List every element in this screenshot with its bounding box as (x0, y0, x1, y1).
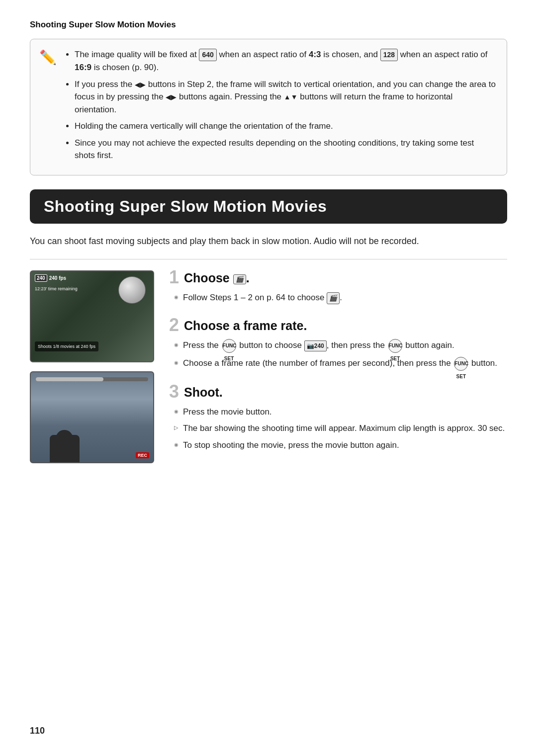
step-3-bullet-2: The bar showing the shooting time will a… (174, 422, 507, 435)
note-pencil-icon: ✏️ (39, 49, 57, 166)
note-bullet-2: If you press the ◀▶ buttons in Step 2, t… (75, 78, 496, 116)
step-3-bullets: Press the movie button. The bar showing … (169, 406, 507, 452)
note-bullet-4: Since you may not achieve the expected r… (75, 137, 496, 162)
rec-badge: REC (136, 452, 149, 458)
camera-screen-2: REC (30, 371, 154, 463)
step-1-bullets: Follow Steps 1 – 2 on p. 64 to choose 🎬. (169, 291, 507, 304)
top-header: Shooting Super Slow Motion Movies (30, 20, 507, 30)
left-images: 240 240 fps 12:23' time remaining Shoots… (30, 270, 154, 465)
camera1-info: Shoots 1/8 movies at 240 fps (35, 341, 98, 352)
step-3-bullet-3: To stop shooting the movie, press the mo… (174, 439, 507, 452)
step-2-bullet-2: Choose a frame rate (the number of frame… (174, 357, 507, 371)
step-2: 2 Choose a frame rate. Press the FUNCSET… (169, 318, 507, 371)
step-3-title: Shoot. (184, 385, 223, 400)
step-2-title: Choose a frame rate. (184, 318, 307, 333)
step-3-bullet-1: Press the movie button. (174, 406, 507, 419)
note-bullet-1: The image quality will be fixed at 640 w… (75, 48, 496, 74)
note-box: ✏️ The image quality will be fixed at 64… (30, 39, 507, 175)
step-2-bullets: Press the FUNCSET button to choose 📷240,… (169, 339, 507, 371)
step-2-bullet-1: Press the FUNCSET button to choose 📷240,… (174, 339, 507, 353)
step-1-number: 1 (169, 268, 179, 286)
step-3: 3 Shoot. Press the movie button. The bar… (169, 385, 507, 452)
fps-label: 240 fps (49, 275, 66, 281)
note-bullet-3: Holding the camera vertically will chang… (75, 120, 496, 133)
step-2-number: 2 (169, 316, 179, 334)
section-title: Shooting Super Slow Motion Movies (44, 197, 493, 216)
note-content: The image quality will be fixed at 640 w… (64, 48, 496, 166)
camera-screen-1: 240 240 fps 12:23' time remaining Shoots… (30, 270, 154, 362)
time-label: 12:23' time remaining (35, 286, 78, 291)
section-title-box: Shooting Super Slow Motion Movies (30, 189, 507, 224)
step-3-number: 3 (169, 383, 179, 401)
right-steps: 1 Choose 🎬. Follow Steps 1 – 2 on p. 64 … (169, 270, 507, 465)
intro-text: You can shoot fast moving subjects and p… (30, 235, 507, 249)
content-area: 240 240 fps 12:23' time remaining Shoots… (30, 270, 507, 465)
divider (30, 259, 507, 259)
step-1: 1 Choose 🎬. Follow Steps 1 – 2 on p. 64 … (169, 270, 507, 304)
step-1-bullet-1: Follow Steps 1 – 2 on p. 64 to choose 🎬. (174, 291, 507, 304)
page-number: 110 (30, 726, 45, 736)
step-1-title: Choose 🎬. (184, 270, 250, 285)
